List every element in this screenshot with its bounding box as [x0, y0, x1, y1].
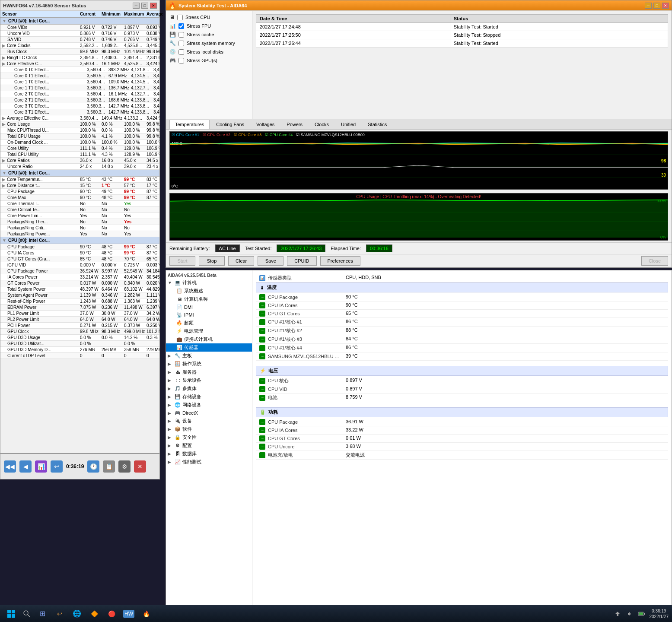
sensor-row-max: 499.0 MHz: [124, 329, 147, 334]
taskbar-app-hwinfo[interactable]: HW: [121, 607, 137, 621]
status-col-datetime: Date & Time: [256, 15, 450, 23]
taskbar-app-4[interactable]: 🔶: [86, 607, 102, 621]
tree-child-系统概述[interactable]: 📋系统概述: [166, 287, 252, 295]
tree-item-label: 配置: [182, 442, 192, 449]
hwinfo-bottom-icon-6[interactable]: 📋: [103, 460, 115, 473]
tree-item-多媒体[interactable]: ▶🎵多媒体: [166, 384, 252, 393]
status-datetime: 2022/1/27 17:26:44: [256, 39, 450, 48]
tree-item-数据库[interactable]: ▶🗄数据库: [166, 450, 252, 458]
stress-fpu-checkbox[interactable]: [178, 23, 184, 29]
stress-memory-checkbox[interactable]: [178, 41, 184, 46]
tree-item-操作系统[interactable]: ▶🪟操作系统: [166, 360, 252, 368]
hwinfo-bottom-icon-7[interactable]: ⚙: [118, 460, 131, 473]
aida-restore-btn[interactable]: □: [653, 3, 660, 9]
tree-child-超频[interactable]: 🔥超频: [166, 319, 252, 327]
sensor-group-1[interactable]: ▼CPU [#0]: Intel Cor...: [0, 170, 159, 177]
tree-child-传感器[interactable]: 📊传感器: [166, 343, 252, 352]
hwinfo-bottom-icon-5[interactable]: 🕐: [87, 460, 99, 473]
sensor-row-avg: 30.545 W: [147, 275, 159, 279]
tree-child-电源管理[interactable]: ⚡电源管理: [166, 327, 252, 335]
sensor-row: System Agent Power 1.139 W 0.346 W 1.282…: [0, 292, 159, 298]
sensor-row-min: 149.4 MHz: [102, 116, 124, 121]
tab-cooling-fans[interactable]: Cooling Fans: [210, 120, 250, 129]
tab-clocks[interactable]: Clocks: [309, 120, 334, 129]
tree-item-显示设备[interactable]: ▶🖵显示设备: [166, 376, 252, 384]
sensor-row-min: 6.464 W: [102, 287, 124, 292]
tree-child-IPMI[interactable]: 📡IPMI: [166, 311, 252, 319]
stress-disks-checkbox[interactable]: [178, 49, 184, 55]
sensor-row-min: 1,408.0...: [102, 55, 124, 60]
start-button[interactable]: Start: [169, 256, 195, 266]
tree-item-网络设备[interactable]: ▶🌐网络设备: [166, 401, 252, 409]
tree-item-主板[interactable]: ▶🔧主板: [166, 352, 252, 360]
row-icon: →: [259, 311, 265, 317]
sensor-row: CPU Package 90 °C 48 °C 99 °C 87 °C: [0, 244, 159, 250]
sensor-row-avg: 101.2 MHz: [147, 329, 159, 334]
tab-powers[interactable]: Powers: [281, 120, 308, 129]
preferences-button[interactable]: Preferences: [320, 256, 360, 266]
aida-minimize-btn[interactable]: ─: [645, 3, 652, 9]
tray-clock[interactable]: 0:36:19 2022/1/27: [650, 608, 669, 619]
hwinfo-bottom-icon-4[interactable]: ↩: [51, 460, 63, 473]
tree-item-软件[interactable]: ▶📦软件: [166, 425, 252, 433]
tree-item-计算机[interactable]: ▼💻计算机: [166, 279, 252, 287]
content-val: 0.01 W: [346, 435, 361, 441]
tree-item-icon: 🔒: [175, 435, 181, 441]
hwinfo-restore-btn[interactable]: □: [141, 3, 148, 9]
sensor-group-0[interactable]: ▼CPU [#0]: Intel Cor...: [0, 18, 159, 25]
stress-cpu-checkbox[interactable]: [177, 15, 183, 20]
tree-item-设备[interactable]: ▶🔌设备: [166, 417, 252, 425]
sensor-row: Package/Ring Powe... Yes No Yes: [0, 231, 159, 237]
stress-gpu-checkbox[interactable]: [178, 58, 184, 63]
aida-close-btn[interactable]: ✕: [662, 3, 669, 9]
sensor-row-avg: 0.838 V: [147, 31, 159, 36]
sensor-row-min: 0.746 V: [102, 37, 124, 42]
tree-item-服务器[interactable]: ▶🖧服务器: [166, 368, 252, 376]
clear-button[interactable]: Clear: [228, 256, 254, 266]
sensor-row-min: 48 °C: [102, 244, 124, 249]
tree-item-存储设备[interactable]: ▶💾存储设备: [166, 393, 252, 401]
stress-cache-checkbox[interactable]: [178, 32, 184, 38]
tree-item-DirectX[interactable]: ▶🎮DirectX: [166, 409, 252, 417]
sensor-row-max: 45.0 x: [124, 158, 147, 163]
sensor-row-avg: 34.5 x: [147, 158, 159, 163]
close-button[interactable]: Close: [641, 256, 668, 266]
hwinfo-minimize-btn[interactable]: ─: [133, 3, 140, 9]
tab-voltages[interactable]: Voltages: [251, 120, 280, 129]
sensor-row-current: 7.075 W: [80, 305, 102, 310]
taskbar-app-aida[interactable]: 🔥: [138, 607, 154, 621]
sensor-row-min: 48 °C: [102, 195, 124, 200]
hwinfo-bottom-icon-3[interactable]: 📊: [35, 460, 47, 473]
sensor-row: Core Thermal T... No No Yes: [0, 201, 159, 207]
hwinfo-close-btn[interactable]: ✕: [150, 3, 157, 9]
tray-battery-icon[interactable]: [637, 609, 646, 618]
tray-volume-icon[interactable]: [625, 609, 634, 618]
taskbar-app-1[interactable]: ⊞: [35, 607, 50, 621]
tab-temperatures[interactable]: Temperatures: [169, 120, 210, 129]
search-button[interactable]: [21, 608, 33, 620]
tree-item-性能测试[interactable]: ▶📈性能测试: [166, 458, 252, 466]
hwinfo-bottom-icon-8[interactable]: ✕: [134, 460, 146, 473]
sensor-group-2[interactable]: ▼CPU [#0]: Intel Cor...: [0, 237, 159, 244]
hwinfo-bottom-icon-2[interactable]: ◀: [19, 460, 32, 473]
tree-item-配置[interactable]: ▶⚙配置: [166, 441, 252, 450]
sensor-row-avg: 3,426.0...: [153, 86, 159, 90]
taskbar-app-3[interactable]: 🌐: [69, 607, 85, 621]
svg-rect-12: [12, 614, 15, 618]
section-header-温度: 🌡温度: [256, 282, 668, 292]
taskbar-app-2[interactable]: ↩: [52, 607, 67, 621]
tree-child-便携式计算机[interactable]: 💼便携式计算机: [166, 335, 252, 343]
tray-network-icon[interactable]: [613, 609, 622, 618]
stop-button[interactable]: Stop: [199, 256, 225, 266]
tree-item-安全性[interactable]: ▶🔒安全性: [166, 433, 252, 441]
hwinfo-bottom-icon-1[interactable]: ◀◀: [4, 460, 16, 473]
tree-child-DMI[interactable]: 📄DMI: [166, 303, 252, 311]
taskbar-app-5[interactable]: 🔴: [104, 607, 119, 621]
cpuid-button[interactable]: CPUID: [287, 256, 316, 266]
legend-core3: CPU Core #3: [239, 133, 262, 137]
save-button[interactable]: Save: [258, 256, 283, 266]
tree-child-计算机名称[interactable]: 🖥计算机名称: [166, 295, 252, 303]
start-menu-button[interactable]: [3, 607, 19, 621]
tab-unified[interactable]: Unified: [335, 120, 361, 129]
tab-statistics[interactable]: Statistics: [362, 120, 392, 129]
